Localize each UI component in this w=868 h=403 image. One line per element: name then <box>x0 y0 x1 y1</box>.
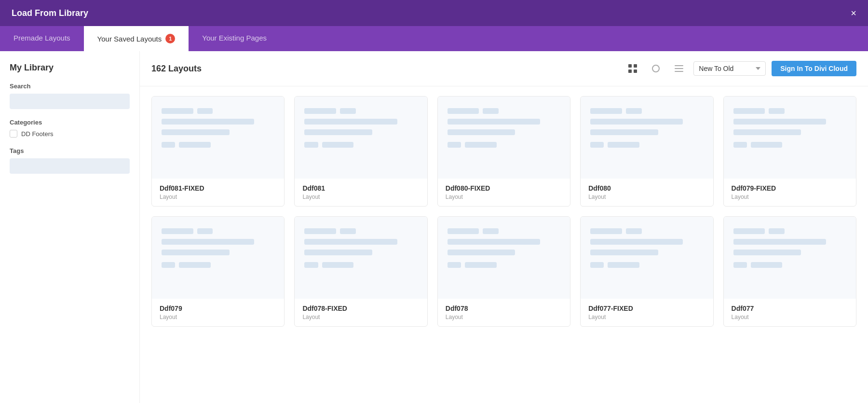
card-preview <box>724 217 856 299</box>
card-info: Ddf080-FIXED Layout <box>438 179 570 206</box>
card-preview <box>438 97 570 179</box>
grid-view-button[interactable] <box>624 60 641 77</box>
list-icon <box>674 64 684 73</box>
modal-container: Load From Library × Premade Layouts Your… <box>0 0 868 403</box>
card-name: Ddf081-FIXED <box>160 184 276 192</box>
tab-bar: Premade Layouts Your Saved Layouts 1 You… <box>0 26 868 51</box>
card-name: Ddf081 <box>302 184 419 192</box>
card-type: Layout <box>446 194 562 200</box>
categories-label: Categories <box>10 119 130 126</box>
categories-section: Categories DD Footers <box>10 119 130 138</box>
card-preview <box>581 217 713 299</box>
tags-bar[interactable] <box>10 158 130 174</box>
card-info: Ddf077-FIXED Layout <box>581 299 713 326</box>
card-info: Ddf079-FIXED Layout <box>724 179 856 206</box>
layouts-grid: Ddf081-FIXED Layout <box>140 86 868 403</box>
card-preview <box>152 217 284 299</box>
card-type: Layout <box>302 314 419 320</box>
sidebar-title: My Library <box>10 63 130 73</box>
sidebar: My Library Search Categories DD Footers … <box>0 51 140 403</box>
svg-rect-5 <box>675 65 683 66</box>
layouts-count: 162 Layouts <box>151 64 202 74</box>
main-content: My Library Search Categories DD Footers … <box>0 51 868 403</box>
card-preview <box>295 217 427 299</box>
grid-icon <box>628 64 637 73</box>
card-type: Layout <box>732 314 848 320</box>
modal-title: Load From Library <box>12 8 88 18</box>
card-name: Ddf078-FIXED <box>302 305 419 312</box>
card-name: Ddf080-FIXED <box>446 184 562 192</box>
layout-card[interactable]: Ddf081 Layout <box>294 96 427 207</box>
svg-point-4 <box>652 65 659 72</box>
card-name: Ddf078 <box>446 305 562 312</box>
category-item-dd-footers[interactable]: DD Footers <box>10 130 130 138</box>
layout-card[interactable]: Ddf081-FIXED Layout <box>151 96 285 207</box>
svg-rect-2 <box>628 69 632 73</box>
card-type: Layout <box>160 314 276 320</box>
card-info: Ddf080 Layout <box>581 179 713 206</box>
card-type: Layout <box>732 194 848 200</box>
tab-saved[interactable]: Your Saved Layouts 1 <box>84 26 189 51</box>
search-bar[interactable] <box>10 94 130 109</box>
layout-card[interactable]: Ddf078-FIXED Layout <box>294 216 427 327</box>
tags-label: Tags <box>10 147 130 154</box>
close-button[interactable]: × <box>851 8 856 18</box>
tab-premade[interactable]: Premade Layouts <box>0 26 84 51</box>
svg-rect-0 <box>628 64 632 68</box>
card-type: Layout <box>588 194 705 200</box>
list-view-button[interactable] <box>670 60 688 77</box>
tab-saved-badge: 1 <box>165 34 175 43</box>
card-info: Ddf081 Layout <box>295 179 427 206</box>
category-label-dd-footers: DD Footers <box>21 130 53 138</box>
card-name: Ddf080 <box>588 184 705 192</box>
svg-rect-7 <box>675 71 683 72</box>
card-name: Ddf079 <box>160 305 276 312</box>
tags-section: Tags <box>10 147 130 174</box>
layout-card[interactable]: Ddf080-FIXED Layout <box>437 96 570 207</box>
card-preview <box>295 97 427 179</box>
card-info: Ddf077 Layout <box>724 299 856 326</box>
header-controls: New To Old Old To New A To Z Z To A Sign… <box>624 60 856 77</box>
tab-premade-label: Premade Layouts <box>14 34 70 42</box>
content-header: 162 Layouts <box>140 51 868 86</box>
tab-existing[interactable]: Your Existing Pages <box>189 26 280 51</box>
card-type: Layout <box>160 194 276 200</box>
category-checkbox-dd-footers[interactable] <box>10 130 17 138</box>
card-preview <box>438 217 570 299</box>
layout-card[interactable]: Ddf079 Layout <box>151 216 285 327</box>
card-type: Layout <box>302 194 419 200</box>
card-type: Layout <box>446 314 562 320</box>
card-preview <box>152 97 284 179</box>
tab-existing-label: Your Existing Pages <box>202 34 267 42</box>
sort-select[interactable]: New To Old Old To New A To Z Z To A <box>693 61 766 76</box>
filter-icon <box>651 64 661 73</box>
card-info: Ddf078 Layout <box>438 299 570 326</box>
card-name: Ddf077-FIXED <box>588 305 705 312</box>
layout-card[interactable]: Ddf080 Layout <box>580 96 713 207</box>
title-bar: Load From Library × <box>0 0 868 26</box>
card-name: Ddf077 <box>732 305 848 312</box>
svg-rect-1 <box>634 64 637 68</box>
card-info: Ddf078-FIXED Layout <box>295 299 427 326</box>
card-type: Layout <box>588 314 705 320</box>
cloud-signin-button[interactable]: Sign In To Divi Cloud <box>772 61 856 76</box>
layout-card[interactable]: Ddf078 Layout <box>437 216 570 327</box>
filter-button[interactable] <box>647 60 665 77</box>
svg-rect-3 <box>634 69 637 73</box>
card-info: Ddf081-FIXED Layout <box>152 179 284 206</box>
card-name: Ddf079-FIXED <box>732 184 848 192</box>
layout-card[interactable]: Ddf077 Layout <box>723 216 856 327</box>
card-preview <box>724 97 856 179</box>
card-preview <box>581 97 713 179</box>
layout-card[interactable]: Ddf079-FIXED Layout <box>723 96 856 207</box>
content-area: 162 Layouts <box>140 51 868 403</box>
search-label: Search <box>10 83 130 90</box>
svg-rect-6 <box>675 68 683 69</box>
card-info: Ddf079 Layout <box>152 299 284 326</box>
layout-card[interactable]: Ddf077-FIXED Layout <box>580 216 713 327</box>
tab-saved-label: Your Saved Layouts <box>97 35 162 43</box>
